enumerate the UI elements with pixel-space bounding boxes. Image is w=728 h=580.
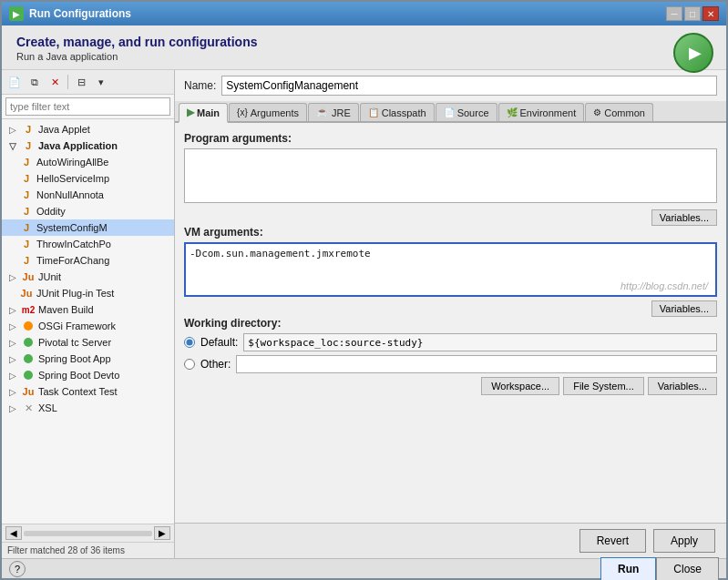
- tree-item-java-application[interactable]: ▽ J Java Application: [2, 137, 174, 154]
- tree-item-timeforachange[interactable]: J TimeForAChang: [2, 252, 174, 269]
- tree-item-helloservice[interactable]: J HelloServiceImp: [2, 170, 174, 187]
- environment-tab-icon: 🌿: [507, 107, 518, 117]
- right-panel: Name: ▶ Main {x} Arguments ☕ JRE 📋: [175, 70, 726, 558]
- tree-label: Oddity: [36, 206, 66, 217]
- autowiring-icon: J: [20, 156, 33, 168]
- scroll-left-button[interactable]: ◀: [5, 526, 22, 540]
- header-area: Create, manage, and run configurations R…: [2, 25, 726, 70]
- tree-item-junit-plugin[interactable]: Ju JUnit Plug-in Test: [2, 285, 174, 301]
- tree-label: Java Application: [38, 140, 118, 151]
- expand-icon: ▷: [9, 321, 18, 331]
- collapse-all-button[interactable]: ⊟: [72, 73, 90, 91]
- window-controls: ─ □ ✕: [666, 6, 719, 21]
- tree-item-junit[interactable]: ▷ Ju JUnit: [2, 269, 174, 285]
- junit-icon: Ju: [22, 270, 35, 283]
- tree-label: Java Applet: [38, 124, 90, 135]
- tree-item-task-context[interactable]: ▷ Ju Task Context Test: [2, 383, 174, 400]
- tree-item-java-applet[interactable]: ▷ J Java Applet: [2, 121, 174, 137]
- minimize-button[interactable]: ─: [666, 6, 682, 21]
- timeforachange-icon: J: [20, 254, 33, 267]
- tab-main[interactable]: ▶ Main: [179, 103, 228, 123]
- vm-section: VM arguments: -Dcom.sun.management.jmxre…: [184, 226, 717, 297]
- config-name-input[interactable]: [221, 76, 717, 96]
- tree-label: Maven Build: [38, 304, 94, 315]
- tab-source[interactable]: 📄 Source: [436, 103, 497, 121]
- maven-icon: m2: [22, 303, 35, 316]
- revert-button[interactable]: Revert: [579, 529, 646, 553]
- tree-item-throwincatch[interactable]: J ThrowInCatchPo: [2, 236, 174, 252]
- close-button[interactable]: Close: [656, 557, 719, 581]
- duplicate-button[interactable]: ⧉: [26, 73, 44, 91]
- maximize-button[interactable]: □: [684, 6, 701, 21]
- tree-label: OSGi Framework: [38, 321, 116, 331]
- run-button[interactable]: Run: [600, 557, 656, 581]
- expand-icon: ▷: [9, 272, 18, 282]
- tree-item-pivotal[interactable]: ▷ Pivotal tc Server: [2, 334, 174, 351]
- window-icon: ▶: [9, 6, 24, 21]
- tab-arguments[interactable]: {x} Arguments: [229, 103, 307, 121]
- vm-args-label: VM arguments:: [184, 226, 717, 239]
- program-args-label: Program arguments:: [184, 132, 717, 145]
- apply-button[interactable]: Apply: [653, 529, 715, 553]
- expand-icon: ▷: [9, 338, 18, 348]
- java-app-icon: J: [22, 139, 35, 152]
- file-system-button[interactable]: File System...: [563, 377, 644, 395]
- workspace-button[interactable]: Workspace...: [481, 377, 559, 395]
- tab-environment[interactable]: 🌿 Environment: [498, 103, 585, 121]
- scroll-right-button[interactable]: ▶: [154, 526, 170, 540]
- arguments-tab-icon: {x}: [237, 107, 248, 117]
- main-tab-icon: ▶: [187, 107, 194, 118]
- other-radio[interactable]: [184, 359, 195, 370]
- tree-item-springboot-devto[interactable]: ▷ Spring Boot Devto: [2, 367, 174, 383]
- main-tab-label: Main: [197, 107, 220, 118]
- working-dir-section: Working directory: Default: Other: Works…: [184, 317, 717, 395]
- tab-common[interactable]: ⚙ Common: [585, 103, 653, 121]
- tree-label: JUnit: [38, 271, 61, 282]
- xsl-icon: ✕: [22, 402, 35, 414]
- variables-button-1[interactable]: Variables...: [651, 209, 717, 226]
- window-title: Run Configurations: [29, 7, 131, 20]
- variables-button-2[interactable]: Variables...: [651, 300, 717, 317]
- helloservice-icon: J: [20, 172, 33, 185]
- new-config-button[interactable]: 📄: [5, 73, 24, 91]
- tree-label: Spring Boot Devto: [38, 370, 119, 381]
- other-dir-input[interactable]: [236, 355, 717, 373]
- scroll-track: [24, 531, 152, 536]
- tree-label: Pivotal tc Server: [38, 337, 111, 348]
- close-window-button[interactable]: ✕: [702, 6, 719, 21]
- default-dir-input[interactable]: [243, 333, 717, 351]
- left-panel: 📄 ⧉ ✕ ⊟ ▾ ▷ J Java Applet ▽ J: [2, 70, 175, 558]
- left-toolbar: 📄 ⧉ ✕ ⊟ ▾: [2, 70, 174, 95]
- default-radio[interactable]: [184, 337, 195, 348]
- filter-button[interactable]: ▾: [92, 73, 110, 91]
- tree-item-systemconfig[interactable]: J SystemConfigM: [2, 219, 174, 236]
- tree-item-xsl[interactable]: ▷ ✕ XSL: [2, 400, 174, 416]
- header-title: Create, manage, and run configurations: [16, 35, 712, 49]
- expand-icon: ▷: [9, 371, 18, 381]
- tree-label: Spring Boot App: [38, 353, 111, 364]
- tree-item-nonnull[interactable]: J NonNullAnnota: [2, 187, 174, 203]
- tree-item-oddity[interactable]: J Oddity: [2, 203, 174, 219]
- tree-label: JUnit Plug-in Test: [36, 288, 114, 299]
- common-tab-icon: ⚙: [593, 107, 601, 117]
- help-button[interactable]: ?: [9, 561, 26, 577]
- throwincatch-icon: J: [20, 238, 33, 250]
- tree-item-autowiring[interactable]: J AutoWiringAllBe: [2, 154, 174, 170]
- tree-item-osgi[interactable]: ▷ OSGi Framework: [2, 318, 174, 334]
- variables-button-3[interactable]: Variables...: [648, 377, 717, 395]
- name-label: Name:: [184, 79, 216, 92]
- default-radio-row: Default:: [184, 333, 717, 351]
- tree-item-springboot[interactable]: ▷ Spring Boot App: [2, 351, 174, 367]
- expand-icon: ▽: [9, 141, 18, 151]
- tab-classpath[interactable]: 📋 Classpath: [360, 103, 435, 121]
- program-args-textarea[interactable]: [184, 148, 717, 203]
- tree-item-maven[interactable]: ▷ m2 Maven Build: [2, 301, 174, 318]
- run-circle-button[interactable]: [673, 33, 713, 73]
- default-radio-label: Default:: [200, 336, 238, 349]
- tab-jre[interactable]: ☕ JRE: [308, 103, 359, 121]
- delete-button[interactable]: ✕: [46, 73, 64, 91]
- search-input[interactable]: [5, 97, 170, 116]
- tree-label: AutoWiringAllBe: [36, 157, 108, 168]
- classpath-tab-label: Classpath: [382, 107, 426, 118]
- tree-label: ThrowInCatchPo: [36, 239, 111, 249]
